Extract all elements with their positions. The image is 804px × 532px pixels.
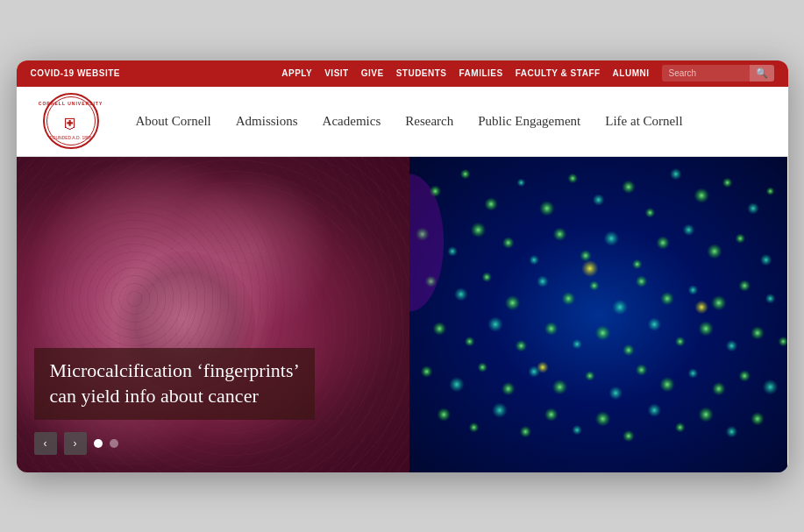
svg-point-43	[465, 336, 475, 346]
svg-point-9	[670, 167, 682, 180]
svg-point-38	[688, 285, 699, 295]
hero-right-panel	[409, 157, 787, 472]
svg-point-80	[699, 407, 715, 422]
svg-point-59	[502, 381, 516, 395]
svg-point-39	[711, 294, 727, 310]
svg-point-64	[636, 364, 648, 376]
svg-point-71	[469, 422, 480, 432]
carousel-dot-1[interactable]	[94, 439, 103, 448]
svg-point-76	[595, 411, 611, 427]
svg-point-18	[530, 254, 540, 265]
utility-alumni[interactable]: ALUMNI	[613, 68, 650, 78]
main-navigation: CORNELL UNIVERSITY ⛨ FOUNDED A.D. 1865 A…	[17, 87, 788, 157]
svg-point-17	[502, 237, 515, 249]
utility-faculty-staff[interactable]: FACULTY & STAFF	[516, 68, 601, 78]
svg-point-79	[675, 422, 686, 432]
svg-point-33	[562, 291, 576, 305]
svg-point-11	[722, 177, 733, 188]
svg-point-16	[471, 222, 487, 238]
svg-point-30	[482, 272, 493, 282]
svg-point-15	[447, 245, 458, 256]
svg-point-6	[593, 194, 605, 206]
svg-point-12	[747, 202, 759, 214]
svg-point-42	[433, 322, 447, 336]
svg-point-85	[537, 361, 549, 373]
svg-point-52	[699, 321, 715, 337]
hero-section: Microcalcification ‘fingerprints’ can yi…	[17, 157, 788, 472]
utility-students[interactable]: STUDENTS	[396, 68, 447, 78]
svg-point-32	[537, 275, 549, 287]
svg-point-70	[438, 408, 452, 422]
logo-bottom-text: FOUNDED A.D. 1865	[49, 135, 91, 140]
svg-point-82	[751, 412, 765, 426]
utility-bar-left: COVID-19 WEBSITE	[31, 68, 120, 78]
svg-point-44	[487, 316, 503, 332]
logo-area[interactable]: CORNELL UNIVERSITY ⛨ FOUNDED A.D. 1865	[43, 93, 99, 149]
svg-point-31	[505, 294, 521, 310]
nav-links: About Cornell Admissions Academics Resea…	[125, 107, 762, 136]
svg-point-34	[589, 280, 600, 291]
logo-shield-icon: ⛨	[63, 115, 79, 133]
browser-frame: COVID-19 WEBSITE APPLY VISIT GIVE STUDEN…	[17, 60, 788, 472]
carousel-prev-button[interactable]: ‹	[34, 432, 57, 455]
svg-point-4	[539, 200, 555, 216]
utility-give[interactable]: GIVE	[361, 68, 384, 78]
svg-point-27	[760, 253, 772, 266]
svg-point-46	[544, 322, 559, 336]
svg-point-2	[485, 197, 499, 211]
search-button[interactable]: 🔍	[750, 65, 774, 82]
svg-point-23	[657, 236, 671, 250]
logo-top-text: CORNELL UNIVERSITY	[39, 101, 103, 106]
search-input[interactable]	[662, 66, 750, 81]
cornell-logo: CORNELL UNIVERSITY ⛨ FOUNDED A.D. 1865	[43, 93, 99, 149]
fluoro-dots-overlay	[409, 157, 787, 466]
nav-public-engagement[interactable]: Public Engagement	[467, 107, 591, 136]
tissue-image	[17, 157, 410, 472]
nav-academics[interactable]: Academics	[312, 107, 392, 136]
utility-bar: COVID-19 WEBSITE APPLY VISIT GIVE STUDEN…	[17, 60, 788, 87]
utility-apply[interactable]: APPLY	[281, 68, 312, 78]
svg-point-24	[683, 223, 695, 236]
search-bar[interactable]: 🔍	[662, 65, 774, 82]
svg-point-22	[632, 259, 643, 269]
svg-point-56	[421, 365, 433, 378]
svg-point-65	[659, 376, 675, 392]
svg-point-66	[688, 368, 699, 379]
svg-point-81	[726, 425, 738, 437]
svg-point-69	[763, 379, 779, 394]
svg-point-58	[478, 362, 488, 372]
svg-point-7	[622, 180, 636, 194]
svg-point-68	[739, 370, 751, 382]
covid-link[interactable]: COVID-19 WEBSITE	[31, 68, 120, 78]
nav-admissions[interactable]: Admissions	[225, 107, 309, 136]
svg-point-55	[779, 336, 788, 346]
svg-point-75	[573, 424, 583, 435]
svg-point-13	[766, 187, 775, 195]
svg-point-26	[736, 233, 746, 244]
svg-point-67	[712, 381, 726, 395]
nav-research[interactable]: Research	[395, 107, 464, 136]
svg-point-72	[492, 402, 508, 418]
carousel-dot-2[interactable]	[110, 439, 118, 448]
svg-point-83	[581, 259, 599, 277]
svg-point-54	[751, 326, 765, 340]
svg-point-5	[568, 173, 579, 183]
svg-point-48	[595, 325, 611, 341]
svg-point-29	[454, 287, 468, 301]
hero-caption[interactable]: Microcalcification ‘fingerprints’ can yi…	[34, 348, 315, 419]
svg-point-21	[604, 231, 620, 246]
svg-point-51	[675, 336, 686, 346]
utility-bar-right: APPLY VISIT GIVE STUDENTS FAMILIES FACUL…	[281, 65, 773, 82]
utility-visit[interactable]: VISIT	[324, 68, 349, 78]
utility-families[interactable]: FAMILIES	[459, 68, 503, 78]
svg-point-77	[623, 429, 635, 442]
svg-point-41	[765, 293, 776, 303]
svg-point-63	[609, 386, 623, 400]
svg-point-40	[739, 280, 751, 292]
nav-about-cornell[interactable]: About Cornell	[125, 107, 222, 136]
nav-life-at-cornell[interactable]: Life at Cornell	[594, 107, 693, 136]
svg-point-25	[707, 243, 722, 259]
svg-point-3	[517, 178, 526, 187]
svg-point-62	[585, 371, 595, 381]
carousel-next-button[interactable]: ›	[64, 432, 87, 455]
